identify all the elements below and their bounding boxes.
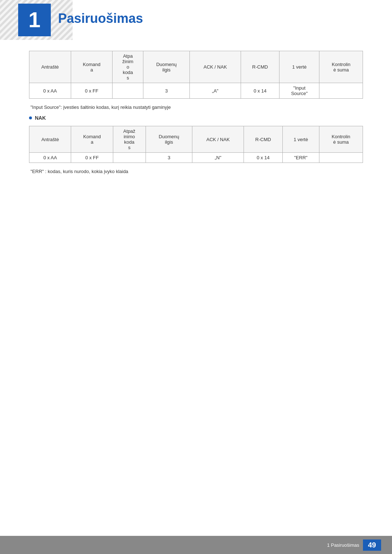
table1-wrapper: Antraštė Komanda Atpažinimokodas Duomenų…: [29, 51, 363, 99]
table2-cell-1: 0 x AA: [29, 153, 71, 163]
bullet-dot: [29, 116, 32, 119]
table1: Antraštė Komanda Atpažinimokodas Duomenų…: [29, 51, 363, 99]
table1-header-3: Atpažinimokodas: [113, 51, 143, 83]
table1-header-6: R-CMD: [241, 51, 279, 83]
footer-chapter-label: 1 Pasiruošimas: [327, 542, 359, 548]
main-content: Antraštė Komanda Atpažinimokodas Duomenų…: [29, 51, 363, 179]
table1-cell-2: 0 x FF: [71, 83, 113, 99]
chapter-number: 1: [28, 9, 40, 31]
table2-header-1: Antraštė: [29, 126, 71, 153]
table2: Antraštė Komanda Atpažinimokodas Duomenų…: [29, 126, 363, 163]
table2-header-5: ACK / NAK: [192, 126, 244, 153]
table2-cell-5: „N": [192, 153, 244, 163]
chapter-title: Pasiruošimas: [58, 11, 143, 26]
nak-bullet: NAK: [29, 115, 363, 121]
table2-header-7: 1 vertė: [282, 126, 319, 153]
table2-header-6: R-CMD: [244, 126, 283, 153]
table1-header-5: ACK / NAK: [189, 51, 241, 83]
table1-cell-8: [319, 83, 363, 99]
table1-cell-3: [113, 83, 143, 99]
chapter-number-box: 1: [18, 4, 51, 36]
table1-header-8: Kontrolinė suma: [319, 51, 363, 83]
nak-label: NAK: [35, 115, 46, 121]
table1-cell-6: 0 x 14: [241, 83, 279, 99]
table1-header-7: 1 vertė: [279, 51, 319, 83]
table1-header-2: Komanda: [71, 51, 113, 83]
note2: "ERR" : kodas, kuris nurodo, kokia įvyko…: [30, 169, 363, 174]
note1: "Input Source": įvesties šaltinio kodas,…: [30, 104, 363, 110]
table2-header-4: Duomenųilgis: [146, 126, 192, 153]
table2-cell-3: [113, 153, 146, 163]
table2-cell-8: [319, 153, 363, 163]
table2-cell-2: 0 x FF: [71, 153, 113, 163]
table2-wrapper: Antraštė Komanda Atpažinimokodas Duomenų…: [29, 126, 363, 163]
table2-header-8: Kontrolinė suma: [319, 126, 363, 153]
table2-cell-6: 0 x 14: [244, 153, 283, 163]
table1-cell-1: 0 x AA: [29, 83, 71, 99]
table1-cell-7: "InputSource": [279, 83, 319, 99]
table1-header-4: Duomenųilgis: [143, 51, 190, 83]
table1-cell-4: 3: [143, 83, 190, 99]
table2-header-2: Komanda: [71, 126, 113, 153]
table2-cell-7: "ERR": [282, 153, 319, 163]
footer-page-number: 49: [363, 539, 381, 551]
table2-header-3: Atpažinimokodas: [113, 126, 146, 153]
table1-header-1: Antraštė: [29, 51, 71, 83]
table2-cell-4: 3: [146, 153, 192, 163]
table1-cell-5: „A": [189, 83, 241, 99]
footer: 1 Pasiruošimas 49: [0, 536, 392, 554]
